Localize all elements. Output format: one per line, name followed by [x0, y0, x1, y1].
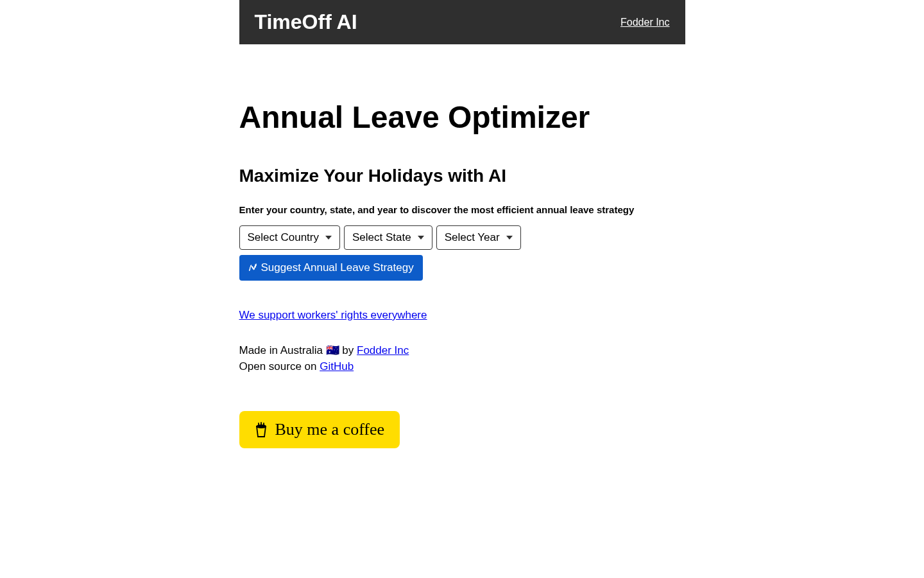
year-select-label: Select Year	[445, 231, 500, 244]
controls-row: Select Country Select State Select Year	[239, 225, 685, 250]
open-source-prefix: Open source on	[239, 360, 320, 372]
caret-down-icon	[506, 236, 513, 240]
made-in-prefix: Made in Australia 🇦🇺 by	[239, 344, 357, 356]
caret-down-icon	[325, 236, 332, 240]
header: TimeOff AI Fodder Inc	[239, 0, 685, 44]
caret-down-icon	[418, 236, 424, 240]
country-select-label: Select Country	[248, 231, 320, 244]
made-in-line: Made in Australia 🇦🇺 by Fodder Inc	[239, 342, 685, 359]
country-select[interactable]: Select Country	[239, 225, 341, 250]
footer: Made in Australia 🇦🇺 by Fodder Inc Open …	[239, 342, 685, 375]
instructions-text: Enter your country, state, and year to d…	[239, 204, 685, 215]
app-title: TimeOff AI	[255, 10, 357, 34]
state-select-label: Select State	[352, 231, 411, 244]
github-link[interactable]: GitHub	[320, 360, 354, 372]
year-select[interactable]: Select Year	[436, 225, 521, 250]
workers-rights-link[interactable]: We support workers' rights everywhere	[239, 309, 427, 322]
state-select[interactable]: Select State	[344, 225, 432, 250]
page-title: Annual Leave Optimizer	[239, 101, 685, 135]
coffee-cup-icon	[255, 421, 268, 438]
buy-me-coffee-button[interactable]: Buy me a coffee	[239, 411, 400, 448]
page-subtitle: Maximize Your Holidays with AI	[239, 166, 685, 186]
header-fodder-link[interactable]: Fodder Inc	[620, 17, 669, 28]
footer-fodder-link[interactable]: Fodder Inc	[357, 344, 409, 356]
main-content: Annual Leave Optimizer Maximize Your Hol…	[239, 101, 685, 474]
suggest-strategy-button[interactable]: 🗲 Suggest Annual Leave Strategy	[239, 255, 423, 281]
suggest-button-label: Suggest Annual Leave Strategy	[261, 261, 414, 274]
bolt-icon: 🗲	[248, 263, 257, 273]
bmc-label: Buy me a coffee	[275, 420, 385, 439]
open-source-line: Open source on GitHub	[239, 358, 685, 375]
